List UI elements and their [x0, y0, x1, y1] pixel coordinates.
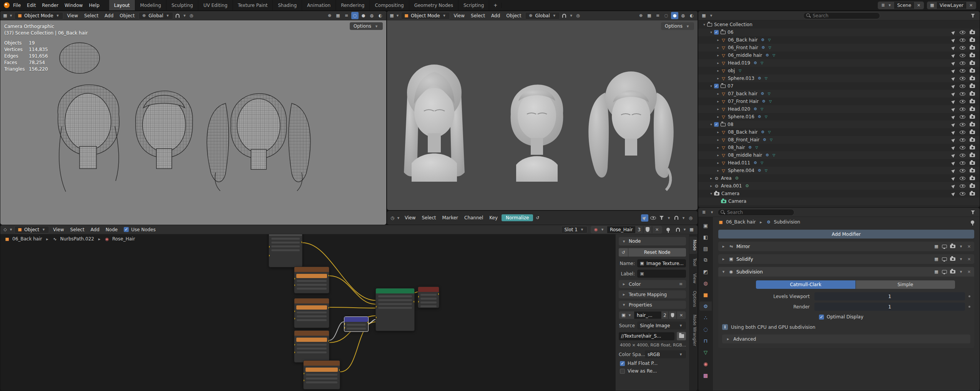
image-browse-button[interactable]: ▣▾: [619, 311, 635, 319]
viewlayer-name[interactable]: ViewLayer: [937, 2, 966, 9]
expand-icon[interactable]: ▸: [715, 161, 721, 165]
selectability-icon[interactable]: [951, 161, 956, 166]
section-menu-icon[interactable]: ≡: [678, 282, 683, 286]
render-display-icon[interactable]: [950, 257, 955, 261]
material-users-button[interactable]: 3: [635, 226, 643, 233]
sidebar-tab[interactable]: Node Wrangler: [689, 311, 697, 349]
expand-icon[interactable]: ▸: [708, 176, 714, 180]
outliner-item-label[interactable]: Camera: [721, 191, 739, 196]
catmull-clark-button[interactable]: Catmull-Clark: [756, 280, 855, 289]
shading-rendered-icon[interactable]: ◐: [688, 12, 695, 19]
node-header[interactable]: [376, 288, 414, 293]
topbar-menu-item[interactable]: Window: [61, 2, 86, 9]
disable-render-icon[interactable]: [970, 108, 975, 111]
disable-render-icon[interactable]: [970, 38, 975, 42]
outliner-row[interactable]: ▾Scene Collection: [698, 21, 980, 28]
outliner-row[interactable]: ▾✓08: [698, 121, 980, 128]
node-header[interactable]: [418, 287, 439, 292]
outliner-item-label[interactable]: Sphere.013: [728, 76, 754, 81]
outliner-item-label[interactable]: 07_back hair: [728, 91, 757, 96]
node-socket[interactable]: [328, 274, 329, 277]
expand-icon[interactable]: ▸: [715, 76, 721, 80]
selectability-icon[interactable]: [951, 91, 956, 96]
outliner-item-label[interactable]: Area: [721, 176, 732, 181]
node-socket[interactable]: [339, 369, 340, 371]
hide-viewport-icon[interactable]: [960, 154, 965, 157]
sidebar-tab[interactable]: View: [689, 270, 697, 287]
expand-icon[interactable]: ▸: [715, 92, 721, 96]
modifier-extras-icon[interactable]: ▾: [958, 244, 963, 249]
shader-node[interactable]: [418, 287, 439, 308]
expand-icon[interactable]: ▸: [721, 244, 726, 249]
outliner-item-label[interactable]: Scene Collection: [714, 22, 752, 27]
hide-viewport-icon[interactable]: [960, 54, 965, 57]
image-fake-user-button[interactable]: [669, 311, 677, 319]
expand-icon[interactable]: ▸: [715, 138, 721, 142]
outliner-item-label[interactable]: Camera: [728, 199, 746, 204]
outliner-item-label[interactable]: Head.020: [728, 106, 750, 112]
proportional-editing-icon[interactable]: ◎: [575, 12, 582, 19]
editor-type-icon[interactable]: ◇: [3, 227, 8, 232]
collection-checkbox[interactable]: ✓: [714, 84, 719, 88]
fake-user-button[interactable]: [643, 226, 652, 233]
hide-viewport-icon[interactable]: [960, 61, 965, 65]
reset-node-icon-button[interactable]: ↺: [619, 248, 628, 257]
properties-tab-view-layer[interactable]: ⧉: [699, 255, 712, 265]
scene-unlink-button[interactable]: ×: [914, 2, 924, 9]
selectability-icon[interactable]: [951, 61, 956, 66]
expand-icon[interactable]: ▸: [715, 153, 721, 157]
properties-tab-output[interactable]: ▤: [699, 244, 712, 253]
outliner-filter-icon[interactable]: [969, 12, 977, 19]
node-socket[interactable]: [301, 241, 302, 244]
selectability-icon[interactable]: [951, 99, 956, 104]
expand-icon[interactable]: ▸: [715, 53, 721, 57]
disable-render-icon[interactable]: [970, 138, 975, 142]
collapse-icon[interactable]: ▾: [708, 192, 714, 196]
outliner-row[interactable]: ▸⊙Area⊙: [698, 174, 980, 182]
node-header[interactable]: [294, 298, 329, 303]
disable-render-icon[interactable]: [970, 54, 975, 57]
normalize-toggle[interactable]: Normalize: [502, 214, 533, 221]
node-canvas[interactable]: [0, 225, 698, 391]
snap-magnet-icon[interactable]: [561, 12, 568, 19]
outliner-row[interactable]: ▸▽06_Back hair⚙▽: [698, 36, 980, 44]
disable-render-icon[interactable]: [970, 154, 975, 157]
timeline-menu-item[interactable]: Select: [419, 214, 439, 221]
scene-browse-button[interactable]: ≣▾: [878, 2, 895, 9]
selectability-icon[interactable]: [951, 176, 956, 181]
image-users-button[interactable]: 2: [661, 311, 669, 319]
expand-icon[interactable]: ▸: [715, 107, 721, 111]
transform-orientation-dropdown[interactable]: ⊕Global▾: [138, 12, 173, 20]
show-overlays-icon[interactable]: ▦: [334, 12, 342, 19]
modifier-remove-icon[interactable]: ×: [967, 244, 972, 249]
selectability-icon[interactable]: [951, 84, 956, 89]
topbar-menu-item[interactable]: Render: [39, 2, 61, 9]
properties-tab-world[interactable]: ◍: [699, 278, 712, 288]
outliner-row[interactable]: ▸▽Sphere.016⚙▽: [698, 113, 980, 121]
texture-mapping-section[interactable]: ▸ Texture Mapping: [619, 290, 686, 298]
add-workspace-button[interactable]: +: [490, 3, 502, 8]
snap-magnet-icon[interactable]: [174, 12, 181, 19]
shaded-head-2[interactable]: [511, 84, 563, 182]
viewport-menu-item[interactable]: Select: [468, 12, 488, 19]
node-socket[interactable]: [303, 372, 305, 375]
outliner-item-label[interactable]: 06_middle hair: [728, 53, 762, 58]
proportional-icon[interactable]: ◎: [687, 214, 694, 222]
outliner-row[interactable]: ▸▽08_middle hair⚙▽: [698, 151, 980, 159]
properties-tab-data[interactable]: ▽: [699, 348, 712, 357]
colorspace-dropdown[interactable]: sRGB▾: [645, 350, 686, 358]
outliner-row[interactable]: ▸▽06_Front hair⚙▽: [698, 44, 980, 51]
hide-viewport-icon[interactable]: [960, 115, 965, 119]
selectability-icon[interactable]: [951, 153, 956, 158]
outliner-item-label[interactable]: 08_hair: [728, 145, 745, 150]
node-socket[interactable]: [375, 305, 377, 308]
viewlayer-browse-button[interactable]: ▦: [927, 2, 937, 9]
reset-node-button[interactable]: Reset Node: [628, 248, 686, 257]
outliner-item-label[interactable]: 07: [728, 83, 733, 89]
edit-mode-display-icon[interactable]: ▦: [934, 244, 939, 249]
editor-type-icon[interactable]: ▦: [389, 13, 394, 18]
node-socket[interactable]: [269, 245, 270, 248]
image-unlink-button[interactable]: ×: [677, 311, 686, 319]
workspace-tab[interactable]: Animation: [302, 0, 336, 10]
shader-node[interactable]: [294, 298, 329, 328]
